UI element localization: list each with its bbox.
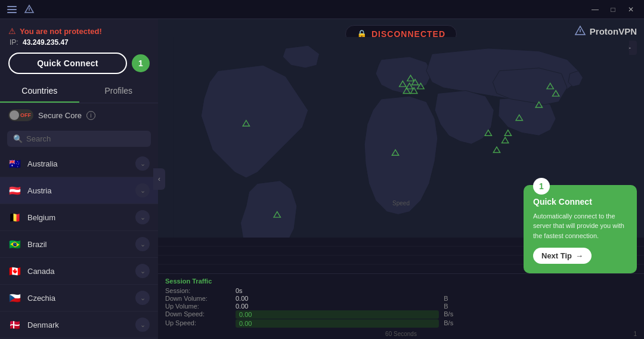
country-name-belgium: Belgium bbox=[27, 213, 129, 222]
down-speed-unit: B/s bbox=[444, 310, 637, 319]
flag-brazil: 🇧🇷 bbox=[8, 239, 21, 249]
search-box: 🔍 bbox=[0, 127, 158, 150]
up-speed-unit: B/s bbox=[444, 319, 637, 328]
country-name-brazil: Brazil bbox=[27, 240, 129, 249]
logo-text-label: ProtonVPN bbox=[590, 26, 637, 36]
alert-text: You are not protected! bbox=[20, 27, 102, 36]
expand-denmark-button[interactable]: ⌄ bbox=[135, 318, 150, 332]
menu-button[interactable] bbox=[5, 4, 19, 16]
titlebar-left bbox=[5, 4, 35, 16]
speed-num-right: 1 bbox=[633, 331, 637, 337]
expand-austria-button[interactable]: ⌄ bbox=[135, 183, 150, 198]
country-name-czechia: Czechia bbox=[27, 294, 129, 303]
country-item-austria[interactable]: 🇦🇹 Austria ⌄ bbox=[0, 177, 158, 204]
expand-belgium-button[interactable]: ⌄ bbox=[135, 210, 150, 224]
down-volume-value: 0.00 bbox=[236, 295, 439, 302]
secure-core-toggle[interactable]: OFF bbox=[8, 109, 33, 121]
up-volume-value: 0.00 bbox=[236, 303, 439, 310]
search-input-wrap: 🔍 bbox=[7, 131, 151, 147]
country-item-brazil[interactable]: 🇧🇷 Brazil ⌄ bbox=[0, 231, 158, 258]
flag-belgium: 🇧🇪 bbox=[8, 212, 21, 222]
titlebar-controls: — □ ✕ bbox=[587, 2, 639, 17]
warning-icon: ⚠ bbox=[8, 26, 16, 36]
session-traffic-grid: Session: 0s Down Volume: 0.00 B Up Volum… bbox=[165, 287, 637, 328]
seconds-label: 60 Seconds bbox=[385, 331, 417, 337]
flag-austria: 🇦🇹 bbox=[8, 186, 21, 195]
country-name-australia: Australia bbox=[27, 159, 129, 168]
country-list: 🇦🇺 Australia ⌄ 🇦🇹 Austria ⌄ 🇧🇪 Belgium ⌄… bbox=[0, 150, 158, 339]
down-volume-label: Down Volume: bbox=[165, 295, 231, 302]
sidebar: ‹ ⚠ You are not protected! IP: 43.249.23… bbox=[0, 19, 158, 339]
country-name-canada: Canada bbox=[27, 267, 129, 276]
main-container: ‹ ⚠ You are not protected! IP: 43.249.23… bbox=[0, 19, 644, 339]
country-item-denmark[interactable]: 🇩🇰 Denmark ⌄ bbox=[0, 312, 158, 338]
country-item-australia[interactable]: 🇦🇺 Australia ⌄ bbox=[0, 150, 158, 177]
maximize-button[interactable]: □ bbox=[605, 2, 621, 17]
ip-row: IP: 43.249.235.47 bbox=[10, 38, 150, 47]
tab-profiles[interactable]: Profiles bbox=[79, 80, 159, 103]
session-traffic: Session Traffic Session: 0s Down Volume:… bbox=[158, 273, 644, 339]
tabs: Countries Profiles bbox=[0, 80, 158, 103]
flag-czechia: 🇨🇿 bbox=[8, 293, 21, 303]
tooltip-title: Quick Connect bbox=[533, 197, 627, 207]
expand-australia-button[interactable]: ⌄ bbox=[135, 156, 150, 171]
collapse-sidebar-button[interactable]: ‹ bbox=[153, 168, 165, 190]
ip-value: 43.249.235.47 bbox=[23, 38, 69, 47]
titlebar: — □ ✕ bbox=[0, 0, 644, 19]
map-area: 🔒 DISCONNECTED ⌂ ProtonVPN − bbox=[158, 19, 644, 339]
session-label: Session: bbox=[165, 287, 231, 294]
session-value: 0s bbox=[236, 287, 439, 294]
flag-canada: 🇨🇦 bbox=[8, 266, 21, 276]
down-volume-unit: B bbox=[444, 295, 637, 302]
tab-countries[interactable]: Countries bbox=[0, 80, 79, 103]
tooltip-description: Automatically connect to the server that… bbox=[533, 211, 627, 241]
next-tip-arrow-icon: → bbox=[575, 251, 583, 260]
country-item-belgium[interactable]: 🇧🇪 Belgium ⌄ bbox=[0, 204, 158, 231]
quick-connect-tooltip: 1 Quick Connect Automatically connect to… bbox=[524, 185, 637, 274]
up-speed-label: Up Speed: bbox=[165, 319, 231, 328]
tooltip-number: 1 bbox=[533, 178, 550, 195]
secure-core-label: Secure Core bbox=[38, 111, 82, 120]
country-name-austria: Austria bbox=[27, 186, 129, 195]
session-unit bbox=[444, 287, 637, 294]
down-speed-label: Down Speed: bbox=[165, 310, 231, 319]
country-item-canada[interactable]: 🇨🇦 Canada ⌄ bbox=[0, 258, 158, 285]
next-tip-button[interactable]: Next Tip → bbox=[533, 248, 592, 264]
app-title: ProtonVPN bbox=[574, 25, 637, 37]
down-speed-value: 0.00 bbox=[236, 310, 439, 319]
country-name-denmark: Denmark bbox=[27, 320, 129, 329]
expand-brazil-button[interactable]: ⌄ bbox=[135, 237, 150, 251]
next-tip-label: Next Tip bbox=[541, 251, 572, 260]
proton-logo-icon bbox=[574, 25, 586, 37]
close-button[interactable]: ✕ bbox=[623, 2, 639, 17]
search-input[interactable] bbox=[26, 134, 145, 143]
up-volume-label: Up Volume: bbox=[165, 303, 231, 310]
quick-connect-row: Quick Connect 1 bbox=[8, 53, 150, 74]
up-volume-unit: B bbox=[444, 303, 637, 310]
up-speed-value: 0.00 bbox=[236, 319, 439, 328]
sidebar-header: ⚠ You are not protected! IP: 43.249.235.… bbox=[0, 19, 158, 80]
app-logo-icon bbox=[24, 4, 35, 15]
search-icon: 🔍 bbox=[13, 134, 23, 143]
flag-denmark: 🇩🇰 bbox=[8, 320, 21, 329]
flag-australia: 🇦🇺 bbox=[8, 159, 21, 168]
ip-label: IP: bbox=[10, 38, 18, 47]
quick-connect-button[interactable]: Quick Connect bbox=[8, 53, 127, 74]
secure-core-row: OFF Secure Core i bbox=[0, 103, 158, 127]
minimize-button[interactable]: — bbox=[587, 2, 603, 17]
notification-badge: 1 bbox=[132, 54, 150, 72]
speed-label: Speed bbox=[392, 200, 410, 207]
expand-czechia-button[interactable]: ⌄ bbox=[135, 291, 150, 305]
country-item-czechia[interactable]: 🇨🇿 Czechia ⌄ bbox=[0, 285, 158, 312]
session-traffic-title: Session Traffic bbox=[165, 278, 637, 285]
secure-core-info-icon[interactable]: i bbox=[86, 111, 95, 120]
expand-canada-button[interactable]: ⌄ bbox=[135, 264, 150, 278]
alert-row: ⚠ You are not protected! bbox=[8, 26, 150, 36]
